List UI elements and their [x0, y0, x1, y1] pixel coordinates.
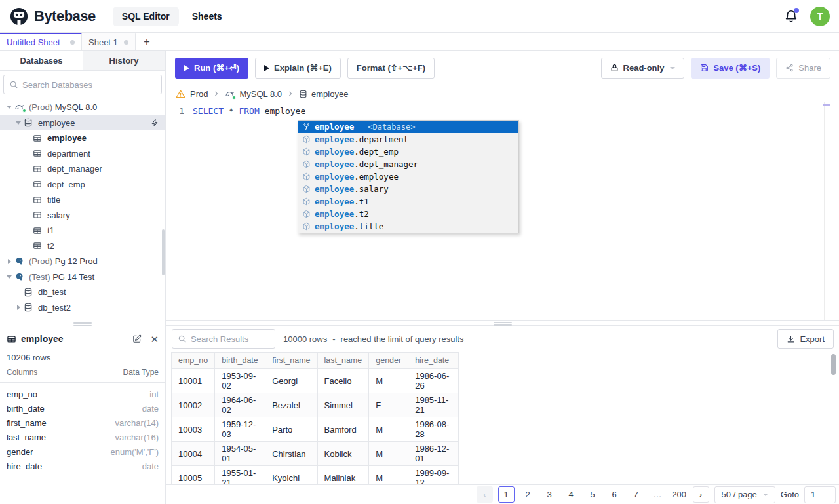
caret-right-icon[interactable] [13, 305, 24, 310]
panel-resize-handle[interactable] [73, 322, 92, 326]
column-header-gender[interactable]: gender [369, 353, 408, 369]
suggest-item-employee-t1[interactable]: employee.t1 [298, 195, 518, 208]
tree-item-title[interactable]: title [0, 192, 165, 208]
tree-item-mysql-8-0[interactable]: (Prod) MySQL 8.0 [0, 100, 165, 115]
tree-item-salary[interactable]: salary [0, 208, 165, 223]
suggest-item-employee-dept-emp[interactable]: employee.dept_emp [298, 145, 518, 158]
tree-item-department[interactable]: department [0, 146, 165, 162]
tree-item-label: t1 [47, 225, 54, 235]
suggest-item-employee-title[interactable]: employee.title [298, 220, 518, 233]
format-button[interactable]: Format (⇧+⌥+F) [347, 58, 435, 79]
column-header-first-name[interactable]: first_name [265, 353, 317, 369]
tree-item-employee[interactable]: employee [0, 115, 165, 131]
tab-dirty-dot[interactable] [70, 40, 75, 45]
prev-page-button[interactable]: ‹ [477, 486, 493, 503]
table-row[interactable]: 100021964-06-02BezalelSimmelF1985-11-21 [172, 393, 459, 417]
page-button-200[interactable]: 200 [671, 486, 688, 503]
results-search-input[interactable] [191, 334, 269, 344]
share-button[interactable]: Share [776, 58, 830, 79]
table-row[interactable]: 100031959-12-03PartoBamfordM1986-08-28 [172, 417, 459, 442]
symbol-icon [301, 123, 311, 131]
goto-page-input[interactable] [804, 486, 836, 503]
caret-down-icon[interactable] [13, 121, 24, 125]
pagination-bar: ‹1234567…200›50 / pageGoto [166, 484, 839, 504]
share-icon [785, 64, 794, 72]
breadcrumb-environment[interactable]: Prod [190, 89, 208, 99]
breadcrumb-instance[interactable]: MySQL 8.0 [225, 89, 282, 99]
tree-item-label: db_test2 [38, 303, 71, 313]
add-sheet-button[interactable]: + [136, 33, 158, 50]
export-button[interactable]: Export [777, 329, 834, 349]
column-type: date [142, 461, 159, 471]
tree-item-t1[interactable]: t1 [0, 223, 165, 239]
tab-databases[interactable]: Databases [0, 51, 83, 70]
close-icon[interactable]: ✕ [150, 334, 159, 344]
page-button-3[interactable]: 3 [541, 486, 558, 503]
autocomplete-popup: employee<Database>employee.departmentemp… [298, 120, 519, 233]
editor-overview-ruler [824, 102, 825, 320]
brand[interactable]: Bytebase [9, 7, 96, 26]
column-header-emp-no[interactable]: emp_no [172, 353, 215, 369]
suggest-item-employee-salary[interactable]: employee.salary [298, 183, 518, 195]
next-page-button[interactable]: › [693, 486, 709, 503]
explain-button[interactable]: Explain (⌘+E) [255, 58, 341, 79]
avatar[interactable]: T [810, 7, 830, 26]
table-row[interactable]: 100011953-09-02GeorgiFacelloM1986-06-26 [172, 369, 459, 393]
tree-item-label: employee [38, 118, 75, 128]
table-cell: M [369, 369, 408, 393]
connect-zap-icon[interactable] [151, 119, 159, 127]
tree-item-pg-14-test[interactable]: (Test) PG 14 Test [0, 269, 165, 285]
page-button-6[interactable]: 6 [606, 486, 623, 503]
tab-history[interactable]: History [83, 51, 165, 70]
database-search-input[interactable] [22, 80, 156, 90]
page-size-select[interactable]: 50 / page [714, 486, 775, 503]
suggest-item-employee-t2[interactable]: employee.t2 [298, 208, 518, 220]
sidebar: Databases History (Prod) MySQL 8.0employ… [0, 51, 166, 504]
page-button-5[interactable]: 5 [585, 486, 601, 503]
tab-untitled-sheet[interactable]: Untitled Sheet [0, 33, 82, 50]
chevron-right-icon [212, 90, 220, 98]
tree-item-db-test[interactable]: db_test [0, 284, 165, 300]
breadcrumb-database[interactable]: employee [299, 89, 348, 99]
table-row[interactable]: 100051955-01-21KyoichiMaliniakM1989-09-1… [172, 466, 459, 485]
editor-results-splitter[interactable] [166, 320, 839, 326]
table-icon [33, 134, 44, 143]
suggest-item-employee-selected[interactable]: employee<Database> [298, 121, 518, 133]
sql-editor[interactable]: 1 SELECT * FROM employee employee<Databa… [166, 102, 839, 320]
caret-down-icon[interactable] [4, 106, 14, 109]
scrollbar-thumb[interactable] [831, 354, 836, 375]
column-header-last-name[interactable]: last_name [317, 353, 369, 369]
db-icon [24, 118, 35, 127]
nav-sheets[interactable]: Sheets [192, 11, 222, 22]
save-button[interactable]: Save (⌘+S) [691, 58, 770, 79]
edit-table-icon[interactable] [132, 334, 142, 343]
page-button-4[interactable]: 4 [563, 486, 579, 503]
caret-right-icon[interactable] [4, 259, 14, 264]
notification-bell-icon[interactable] [784, 9, 798, 24]
column-header-birth-date[interactable]: birth_date [215, 353, 265, 369]
table-cell: M [369, 442, 408, 466]
caret-down-icon[interactable] [4, 275, 14, 279]
page-button-1[interactable]: 1 [498, 486, 515, 503]
suggest-item-employee-department[interactable]: employee.department [298, 133, 518, 145]
tab-sheet-1[interactable]: Sheet 1 [82, 33, 136, 50]
tree-item-employee[interactable]: employee [0, 130, 165, 146]
tree-item-dept-manager[interactable]: dept_manager [0, 161, 165, 177]
tree-item-dept-emp[interactable]: dept_emp [0, 177, 165, 193]
suggest-item-employee-employee[interactable]: employee.employee [298, 170, 518, 183]
scrollbar-thumb[interactable] [162, 229, 165, 275]
table-symbol-icon [301, 197, 311, 206]
tree-item-pg-12-prod[interactable]: (Prod) Pg 12 Prod [0, 254, 165, 269]
nav-sql-editor[interactable]: SQL Editor [113, 7, 179, 26]
page-button-7[interactable]: 7 [628, 486, 644, 503]
page-button-2[interactable]: 2 [520, 486, 536, 503]
column-type: enum('M','F') [111, 447, 159, 457]
tab-dirty-dot[interactable] [124, 40, 128, 45]
suggest-item-employee-dept-manager[interactable]: employee.dept_manager [298, 158, 518, 170]
tree-item-db-test2[interactable]: db_test2 [0, 300, 165, 316]
table-row[interactable]: 100041954-05-01ChirstianKoblickM1986-12-… [172, 442, 459, 466]
readonly-mode-button[interactable]: Read-only [601, 58, 685, 79]
run-button[interactable]: Run (⌘+⏎) [175, 58, 248, 79]
column-header-hire-date[interactable]: hire_date [408, 353, 459, 369]
tree-item-t2[interactable]: t2 [0, 239, 165, 254]
